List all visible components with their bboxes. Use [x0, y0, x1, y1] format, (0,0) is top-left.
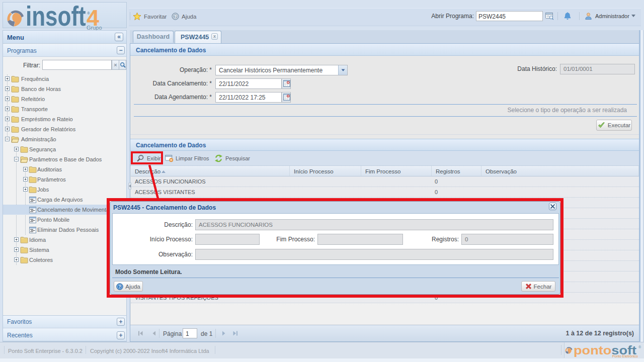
- svg-text:?: ?: [174, 14, 177, 19]
